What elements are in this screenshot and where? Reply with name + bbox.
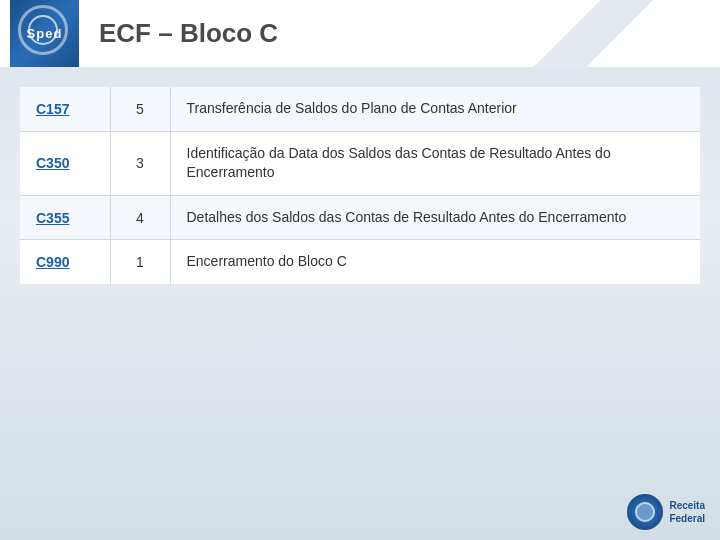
row-code[interactable]: C355 (20, 195, 110, 240)
table-row: C1575Transferência de Saldos do Plano de… (20, 87, 700, 131)
table-row: C3503Identificação da Data dos Saldos da… (20, 131, 700, 195)
table-row: C3554Detalhes dos Saldos das Contas de R… (20, 195, 700, 240)
row-code[interactable]: C157 (20, 87, 110, 131)
footer: Receita Federal (627, 494, 705, 530)
row-number: 1 (110, 240, 170, 284)
row-description: Detalhes dos Saldos das Contas de Result… (170, 195, 700, 240)
header: Sped ECF – Bloco C (0, 0, 720, 67)
header-decoration (520, 0, 720, 67)
main-content: C1575Transferência de Saldos do Plano de… (0, 67, 720, 304)
row-description: Encerramento do Bloco C (170, 240, 700, 284)
bloco-table: C1575Transferência de Saldos do Plano de… (20, 87, 700, 284)
row-description: Identificação da Data dos Saldos das Con… (170, 131, 700, 195)
sped-logo: Sped (10, 0, 79, 67)
receita-federal-logo: Receita Federal (627, 494, 705, 530)
row-number: 3 (110, 131, 170, 195)
row-code[interactable]: C350 (20, 131, 110, 195)
receita-text: Receita Federal (669, 499, 705, 525)
receita-icon (627, 494, 663, 530)
row-description: Transferência de Saldos do Plano de Cont… (170, 87, 700, 131)
row-number: 4 (110, 195, 170, 240)
table-row: C9901Encerramento do Bloco C (20, 240, 700, 284)
page-title: ECF – Bloco C (99, 18, 278, 49)
row-number: 5 (110, 87, 170, 131)
row-code[interactable]: C990 (20, 240, 110, 284)
